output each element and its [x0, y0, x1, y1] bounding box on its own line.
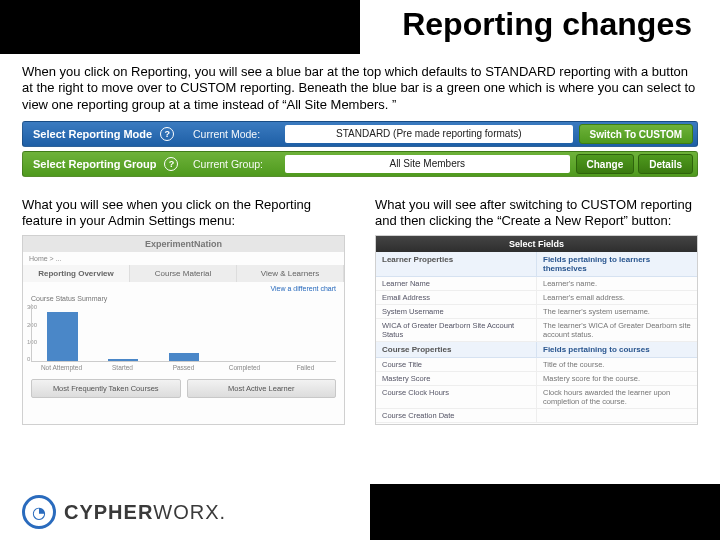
chart-title: Course Status Summary — [23, 295, 344, 304]
mode-value: STANDARD (Pre made reporting formats) — [285, 125, 573, 143]
chart-bar — [169, 353, 199, 362]
field-row[interactable]: Mastery ScoreMastery score for the cours… — [376, 372, 697, 386]
view-different-chart-link[interactable]: View a different chart — [23, 282, 344, 295]
intro-paragraph: When you click on Reporting, you will se… — [0, 54, 720, 121]
tab-reporting-overview[interactable]: Reporting Overview — [23, 265, 130, 282]
help-icon[interactable]: ? — [160, 127, 174, 141]
learner-properties-heading: Learner Properties — [376, 252, 536, 277]
page-title: Reporting changes — [402, 6, 692, 43]
reporting-bars: Select Reporting Mode ? Current Mode: ST… — [0, 121, 720, 177]
reporting-mode-bar: Select Reporting Mode ? Current Mode: ST… — [22, 121, 698, 147]
select-fields-header: Select Fields — [376, 236, 697, 252]
field-row[interactable]: Course Clock HoursClock hours awarded th… — [376, 386, 697, 409]
learner-properties-desc: Fields pertaining to learners themselves — [536, 252, 697, 277]
group-value: All Site Members — [285, 155, 570, 173]
group-current-label: Current Group: — [193, 158, 285, 170]
field-row[interactable]: Course Creation Date — [376, 409, 697, 423]
chart-area — [31, 304, 336, 362]
field-row[interactable]: Learner NameLearner's name. — [376, 277, 697, 291]
field-row[interactable]: System UsernameThe learner's system user… — [376, 305, 697, 319]
details-button[interactable]: Details — [638, 154, 693, 174]
reporting-group-bar: Select Reporting Group ? Current Group: … — [22, 151, 698, 177]
course-properties-desc: Fields pertaining to courses — [536, 342, 697, 358]
field-row[interactable]: Email AddressLearner's email address. — [376, 291, 697, 305]
chart-bar — [47, 312, 77, 361]
help-icon[interactable]: ? — [164, 157, 178, 171]
most-active-learner-button[interactable]: Most Active Learner — [187, 379, 337, 398]
logo: ◔ CYPHERWORX. — [0, 484, 370, 540]
mode-label: Select Reporting Mode — [33, 128, 152, 140]
admin-reporting-screenshot: ExperimentNation Home > ... Reporting Ov… — [22, 235, 345, 425]
logo-icon: ◔ — [22, 495, 56, 529]
logo-text-suffix: WORX — [153, 501, 219, 523]
chart-x-labels: Not AttemptedStartedPassedCompletedFaile… — [23, 362, 344, 371]
select-fields-screenshot: Select Fields Learner Properties Fields … — [375, 235, 698, 425]
course-properties-heading: Course Properties — [376, 342, 536, 358]
most-frequent-courses-button[interactable]: Most Frequently Taken Courses — [31, 379, 181, 398]
field-row[interactable]: Course TitleTitle of the course. — [376, 358, 697, 372]
left-caption: What you will see when you click on the … — [22, 197, 345, 230]
tab-view-learners[interactable]: View & Learners — [237, 265, 344, 282]
panel-header: ExperimentNation — [23, 236, 344, 252]
group-label: Select Reporting Group — [33, 158, 156, 170]
breadcrumb: Home > ... — [23, 252, 344, 265]
logo-text-prefix: CYPHER — [64, 501, 153, 523]
switch-to-custom-button[interactable]: Switch To CUSTOM — [579, 124, 693, 144]
mode-current-label: Current Mode: — [193, 128, 285, 140]
field-row[interactable]: WICA of Greater Dearborn Site Account St… — [376, 319, 697, 342]
tab-course-material[interactable]: Course Material — [130, 265, 237, 282]
change-button[interactable]: Change — [576, 154, 635, 174]
right-caption: What you will see after switching to CUS… — [375, 197, 698, 230]
chart-bar — [108, 359, 138, 361]
